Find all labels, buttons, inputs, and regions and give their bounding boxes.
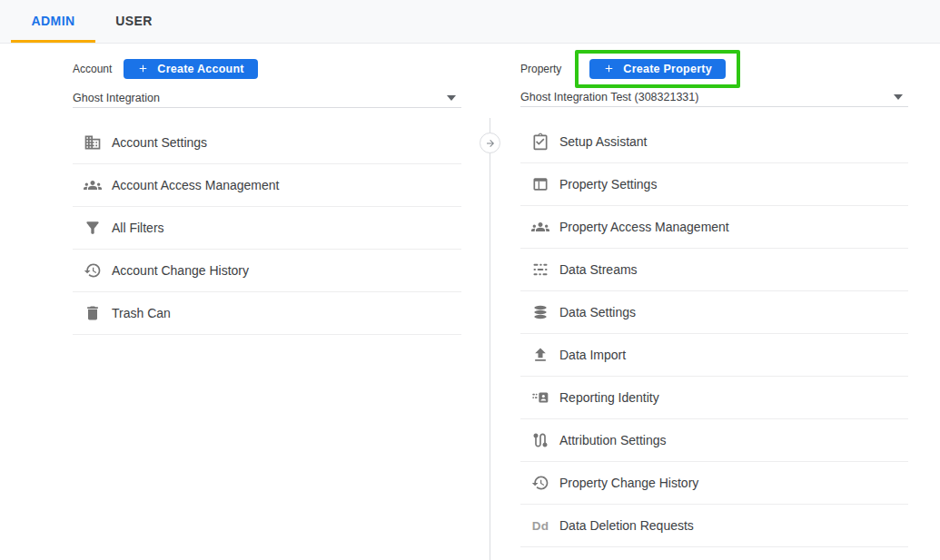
people-icon <box>84 176 102 194</box>
menu-item-label: Data Settings <box>559 305 636 319</box>
menu-item-property-access-management[interactable]: Property Access Management <box>520 206 908 249</box>
menu-item-label: Setup Assistant <box>559 134 648 149</box>
property-label: Property <box>520 63 561 75</box>
menu-item-label: Trash Can <box>112 306 171 320</box>
menu-item-property-change-history[interactable]: Property Change History <box>520 462 908 505</box>
menu-item-label: Property Settings <box>559 177 657 192</box>
property-settings-icon <box>531 175 549 193</box>
menu-item-trash-can[interactable]: Trash Can <box>73 292 461 335</box>
account-selector-dropdown[interactable]: Ghost Integration <box>73 88 461 108</box>
menu-item-all-filters[interactable]: All Filters <box>73 207 461 250</box>
property-selector-dropdown[interactable]: Ghost Integration Test (308321331) <box>520 87 908 107</box>
menu-item-label: All Filters <box>112 221 164 235</box>
reporting-identity-icon <box>531 388 549 407</box>
people-icon <box>531 218 549 236</box>
create-property-highlight: Create Property <box>575 50 740 88</box>
create-account-button[interactable]: Create Account <box>124 59 257 79</box>
account-header: Account Create Account <box>73 50 461 87</box>
property-header: Property Create Property <box>520 50 908 87</box>
trash-icon <box>84 304 102 322</box>
account-selector-value: Ghost Integration <box>73 92 160 104</box>
menu-item-account-change-history[interactable]: Account Change History <box>73 250 461 292</box>
menu-item-label: Data Deletion Requests <box>559 518 694 533</box>
menu-item-data-settings[interactable]: Data Settings <box>520 291 908 334</box>
menu-item-label: Property Change History <box>559 476 698 490</box>
menu-item-data-deletion-requests[interactable]: Dd Data Deletion Requests <box>520 505 908 547</box>
plus-icon <box>137 63 149 74</box>
route-icon <box>531 431 549 449</box>
menu-item-label: Data Import <box>559 348 626 362</box>
upload-icon <box>531 346 549 364</box>
menu-item-data-import[interactable]: Data Import <box>520 334 908 377</box>
property-panel: Property Create Property Ghost Integrati… <box>520 50 908 547</box>
create-account-button-label: Create Account <box>157 63 243 75</box>
menu-item-account-settings[interactable]: Account Settings <box>73 122 461 164</box>
menu-item-property-settings[interactable]: Property Settings <box>520 163 908 206</box>
tab-user[interactable]: USER <box>95 0 173 43</box>
property-selector-value: Ghost Integration Test (308321331) <box>520 91 698 103</box>
menu-item-label: Account Change History <box>112 263 249 278</box>
chevron-down-icon <box>894 94 903 100</box>
arrow-right-icon <box>485 138 496 149</box>
ga-admin-page: ADMIN USER Account Create Account Ghost … <box>0 0 940 560</box>
collapse-panel-button[interactable] <box>480 133 500 153</box>
plus-icon <box>603 63 615 74</box>
business-icon <box>84 133 102 152</box>
setup-assistant-icon <box>531 133 549 151</box>
dd-icon: Dd <box>531 516 549 535</box>
menu-item-data-streams[interactable]: Data Streams <box>520 249 908 291</box>
menu-item-attribution-settings[interactable]: Attribution Settings <box>520 419 908 462</box>
account-label: Account <box>73 63 112 75</box>
property-menu: Setup Assistant Property Settings Proper… <box>520 121 908 547</box>
menu-item-account-access-management[interactable]: Account Access Management <box>73 164 461 207</box>
history-icon <box>531 474 549 492</box>
menu-item-label: Data Streams <box>559 262 638 277</box>
data-streams-icon <box>531 260 549 279</box>
menu-item-setup-assistant[interactable]: Setup Assistant <box>520 121 908 163</box>
create-property-button-label: Create Property <box>623 63 712 75</box>
filter-icon <box>84 219 102 237</box>
menu-item-label: Reporting Identity <box>559 390 659 405</box>
database-icon <box>531 303 549 321</box>
column-divider <box>490 118 490 560</box>
tab-bar: ADMIN USER <box>0 0 940 44</box>
menu-item-label: Account Settings <box>112 135 207 150</box>
chevron-down-icon <box>447 95 456 101</box>
menu-item-label: Account Access Management <box>112 178 279 192</box>
tab-admin[interactable]: ADMIN <box>11 0 95 43</box>
account-menu: Account Settings Account Access Manageme… <box>73 122 461 335</box>
menu-item-reporting-identity[interactable]: Reporting Identity <box>520 377 908 419</box>
history-icon <box>84 261 102 280</box>
create-property-button[interactable]: Create Property <box>589 59 726 79</box>
menu-item-label: Property Access Management <box>559 220 729 234</box>
account-panel: Account Create Account Ghost Integration… <box>73 50 461 335</box>
menu-item-label: Attribution Settings <box>559 433 667 447</box>
